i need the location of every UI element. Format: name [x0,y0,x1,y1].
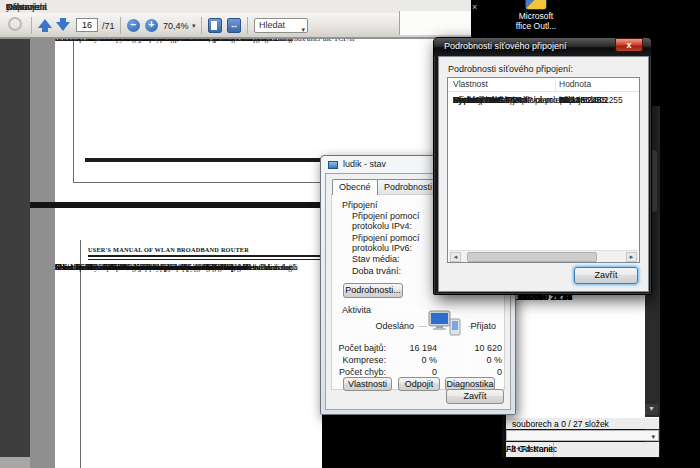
toolbar-separator [31,17,32,34]
file-manager-status-bar: souborech a 0 / 27 složek [506,417,659,429]
received-label: Přijato [470,321,496,331]
desktop-shadow-area [322,411,510,468]
network-details-dialog: Podrobnosti síťového připojení x Podrobn… [433,37,652,295]
toolbar-separator [247,17,248,34]
column-separator[interactable] [555,79,556,91]
dialog-title: ludik - stav [343,159,386,169]
outlook-label: ffice Outl... [500,21,572,31]
scrollbar-corner [0,457,30,468]
fit-page-icon[interactable]: ↔ [227,18,241,33]
properties-button[interactable]: Vlastnosti [343,377,392,391]
ipv4-connectivity-label: Připojení pomocí protokolu IPv4: [352,212,420,231]
connection-icon [328,161,338,169]
search-dropdown-caret-icon[interactable]: ▾ [301,23,305,36]
zoom-level-value[interactable]: 70,4% [163,21,189,31]
activity-group-label: Aktivita [342,305,371,315]
previous-page-icon[interactable] [38,19,52,28]
menu-item[interactable]: Nápověda [0,2,53,12]
page-border [80,240,81,468]
column-value[interactable]: Hodnota [559,79,591,89]
page-total-label: /71 [102,21,115,31]
tab-general[interactable]: Obecné [332,179,378,195]
outlook-label: Microsoft [500,11,572,21]
next-page-icon[interactable] [56,22,70,31]
fit-width-icon[interactable] [208,18,222,33]
network-computers-icon [428,310,462,338]
bytes-row: Počet bajtů: 16 194 10 620 [332,343,506,354]
desktop-icon-outlook[interactable]: Microsoft ffice Outl... [500,0,572,40]
scroll-right-icon[interactable]: ► [626,252,637,262]
connection-group-label: Připojení [342,200,378,210]
toolbar-separator [120,17,121,34]
search-input-text: Hledat [259,20,285,30]
doc-line: 1.Click the Start button and select Sett… [55,39,294,45]
decorative-dash: — [418,321,427,331]
tab-details[interactable]: Podrobnosti [377,179,439,194]
zoom-out-icon[interactable]: − [127,19,140,32]
disconnect-button[interactable]: Odpojit [398,377,440,391]
doc-line: 8.Click OK to completes the IP parameter… [55,262,202,273]
dialog-body: Podrobnosti síťového připojení: Vlastnos… [438,56,649,292]
close-button[interactable]: Zavřít [446,389,504,404]
compression-row: Komprese: 0 % 0 % [332,355,506,366]
page-number-input[interactable]: 16 [76,18,98,32]
function-key-bar: F8 Odstranit Alt+F4 Konec [506,442,659,457]
duration-label: Doba trvání: [352,267,401,277]
details-button[interactable]: Podrobnosti... [343,283,403,298]
sent-label: Odesláno [370,321,414,331]
dialog-title: Podrobnosti síťového připojení [444,41,566,51]
media-state-label: Stav média: [352,255,400,265]
details-list-label: Podrobnosti síťového připojení: [448,64,573,74]
file-list: <DIR>23.12.2010 22:14— <DIR>05.12.2010 2… [506,293,645,417]
zoom-dropdown-caret-icon[interactable]: ▾ [192,22,196,30]
zoom-in-icon[interactable]: + [145,19,158,32]
background-window-fragment [399,11,471,35]
page-header: USER'S MANUAL OF WLAN BROADBAND ROUTER [88,246,249,253]
desktop: yZobrazeníDokumentNástrojeOknaNápověda 1… [0,0,700,468]
page-border [73,39,74,182]
close-icon[interactable]: x [615,38,643,52]
scroll-down-arrow-icon[interactable]: ▼ [645,404,658,415]
column-property[interactable]: Vlastnost [453,79,488,89]
listview-header: Vlastnost Hodnota [448,78,639,92]
search-input[interactable]: Hledat ▾ [254,18,308,33]
window-close-glyph[interactable]: × [472,2,477,12]
scroll-left-icon[interactable]: ◄ [450,252,461,262]
scrollbar-thumb[interactable] [467,252,597,262]
toolbar-separator [201,17,202,34]
close-button[interactable]: Zavřít [574,267,638,284]
outlook-icon [525,0,547,10]
previous-view-icon[interactable] [8,17,22,31]
command-line-input[interactable]: ▾ [506,430,659,441]
pdf-navigation-pane[interactable] [0,39,30,457]
ipv6-connectivity-label: Připojení pomocí protokolu IPv6: [352,234,420,253]
horizontal-scrollbar[interactable]: ◄ ► [449,250,638,262]
command-dropdown-caret-icon[interactable]: ▾ [651,433,655,441]
exit-button[interactable]: Alt+F4 Konec [506,442,557,457]
details-listview: Vlastnost Hodnota Přípona DNS specifická… [447,77,640,263]
